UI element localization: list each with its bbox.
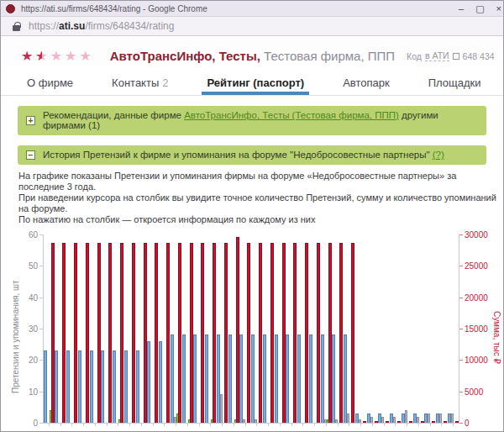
tab-автопарк[interactable]: Автопарк bbox=[338, 73, 395, 95]
bar-mentions[interactable] bbox=[393, 417, 396, 423]
bar-sum[interactable] bbox=[444, 421, 447, 423]
right-axis-title: Сумма, тыс ₽ bbox=[490, 278, 501, 396]
help-link[interactable]: (?) bbox=[433, 150, 444, 160]
bar-sum[interactable] bbox=[317, 243, 320, 423]
external-link-icon[interactable] bbox=[453, 53, 459, 60]
bar-mentions[interactable] bbox=[451, 414, 454, 423]
bar-sum[interactable] bbox=[363, 421, 366, 423]
bar-sum[interactable] bbox=[351, 243, 354, 423]
bar-claims[interactable] bbox=[297, 335, 301, 423]
bar-mentions[interactable] bbox=[359, 419, 361, 423]
bar-claims[interactable] bbox=[124, 350, 128, 423]
collapse-icon[interactable]: − bbox=[26, 150, 35, 160]
bar-sum[interactable] bbox=[62, 243, 66, 423]
bar-claims[interactable] bbox=[286, 335, 289, 423]
bar-mentions[interactable] bbox=[428, 414, 430, 423]
bar-sum[interactable] bbox=[144, 243, 147, 423]
banner-claims-history[interactable]: − История Претензий к фирме и упоминания… bbox=[18, 145, 486, 165]
bar-mentions[interactable] bbox=[381, 417, 384, 423]
bar-claims[interactable] bbox=[332, 335, 335, 423]
bar-mentions[interactable] bbox=[370, 417, 373, 423]
bar-claims[interactable] bbox=[171, 335, 174, 423]
bar-mentions[interactable] bbox=[335, 419, 338, 423]
x-axis-tick bbox=[60, 423, 61, 426]
bar-mentions[interactable] bbox=[405, 410, 407, 423]
close-button[interactable]: × bbox=[496, 2, 501, 16]
bar-sum[interactable] bbox=[155, 243, 158, 423]
bar-sum[interactable] bbox=[282, 243, 286, 423]
bar-claims[interactable] bbox=[263, 335, 266, 423]
bar-claims[interactable] bbox=[78, 350, 81, 423]
bar-sum[interactable] bbox=[328, 243, 332, 423]
tab-площадки[interactable]: Площадки bbox=[423, 73, 486, 95]
bar-mentions[interactable] bbox=[255, 419, 257, 423]
bar-claims[interactable] bbox=[193, 335, 197, 423]
bar-sum[interactable] bbox=[432, 421, 435, 423]
bar-sum[interactable] bbox=[108, 243, 112, 423]
tab-badge: 2 bbox=[162, 76, 168, 89]
bar-mentions[interactable] bbox=[417, 417, 419, 423]
bar-sum[interactable] bbox=[51, 243, 55, 423]
bar-claims[interactable] bbox=[205, 335, 208, 423]
bar-sum[interactable] bbox=[455, 421, 459, 423]
bar-claims[interactable] bbox=[309, 335, 312, 423]
url-text[interactable]: https://ati.su/firms/648434/rating bbox=[29, 20, 174, 32]
bar-sum[interactable] bbox=[305, 243, 308, 423]
ati-code-link[interactable]: в АТИ bbox=[425, 50, 449, 61]
bar-claims[interactable] bbox=[113, 350, 116, 423]
bar-sum[interactable] bbox=[178, 243, 181, 423]
bar-sum[interactable] bbox=[86, 243, 89, 423]
company-link[interactable]: АвтоТрансИнфо, Тесты (Тестовая фирма, ПП… bbox=[184, 110, 399, 120]
bar-sum[interactable] bbox=[339, 243, 343, 423]
x-axis-tick bbox=[384, 423, 385, 426]
bar-sum[interactable] bbox=[120, 243, 123, 423]
expand-icon[interactable]: + bbox=[26, 116, 35, 125]
bar-mentions[interactable] bbox=[220, 394, 223, 423]
bar-claims[interactable] bbox=[55, 350, 58, 423]
bar-claims[interactable] bbox=[344, 335, 347, 423]
tab-о-фирме[interactable]: О фирме bbox=[22, 73, 78, 95]
bar-sum[interactable] bbox=[213, 243, 216, 423]
bar-sum[interactable] bbox=[74, 243, 77, 423]
tab-active-рейтинг-паспорт-[interactable]: Рейтинг (паспорт) bbox=[202, 73, 309, 95]
bar-claims[interactable] bbox=[147, 341, 150, 423]
bar-sum[interactable] bbox=[97, 243, 101, 423]
bar-sum[interactable] bbox=[397, 421, 401, 423]
bar-claims[interactable] bbox=[251, 335, 255, 423]
bar-sum[interactable] bbox=[166, 243, 170, 423]
bar-claims[interactable] bbox=[101, 350, 104, 423]
bar-sum[interactable] bbox=[259, 243, 262, 423]
bar-claims[interactable] bbox=[66, 350, 70, 423]
banner-recommendations[interactable]: + Рекомендации, данные фирме АвтоТрансИн… bbox=[18, 106, 486, 135]
bar-claims[interactable] bbox=[90, 350, 93, 423]
company-name-secondary: Тестовая фирма, ППП bbox=[264, 49, 395, 63]
bar-claims[interactable] bbox=[44, 350, 47, 423]
bar-mentions[interactable] bbox=[347, 414, 349, 423]
bar-sum[interactable] bbox=[132, 243, 135, 423]
minimize-button[interactable]: – bbox=[459, 2, 464, 16]
bar-claims[interactable] bbox=[182, 335, 186, 423]
maximize-button[interactable]: ▢ bbox=[475, 2, 484, 16]
bar-claims[interactable] bbox=[159, 341, 162, 423]
bar-claims[interactable] bbox=[321, 335, 324, 423]
bar-sum[interactable] bbox=[247, 243, 250, 423]
bar-sum[interactable] bbox=[236, 237, 239, 423]
bar-claims[interactable] bbox=[228, 335, 232, 423]
bar-sum[interactable] bbox=[201, 243, 204, 423]
bar-mentions[interactable] bbox=[439, 414, 442, 423]
bar-sum[interactable] bbox=[386, 421, 389, 423]
tab-контакты[interactable]: Контакты2 bbox=[107, 73, 173, 95]
bar-sum[interactable] bbox=[421, 421, 424, 423]
address-bar[interactable]: https://ati.su/firms/648434/rating bbox=[1, 17, 503, 36]
bar-sum[interactable] bbox=[224, 243, 228, 423]
bar-sum[interactable] bbox=[270, 243, 274, 423]
bar-claims[interactable] bbox=[136, 350, 139, 423]
bar-sum[interactable] bbox=[409, 421, 412, 423]
bar-claims[interactable] bbox=[275, 335, 278, 423]
bar-sum[interactable] bbox=[190, 243, 193, 423]
right-axis-tick-label: 25000 bbox=[465, 261, 488, 271]
bar-sum[interactable] bbox=[375, 421, 378, 423]
bar-sum[interactable] bbox=[293, 243, 297, 423]
bar-claims[interactable] bbox=[239, 335, 243, 423]
bar-mentions[interactable] bbox=[243, 419, 245, 423]
